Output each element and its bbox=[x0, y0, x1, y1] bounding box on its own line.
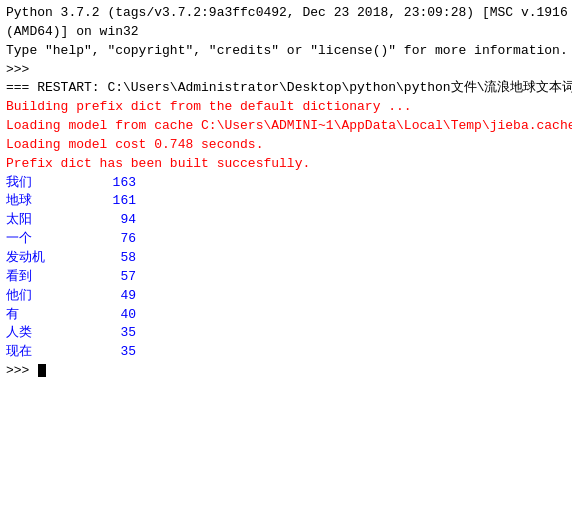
count-cell: 94 bbox=[86, 211, 146, 230]
terminal-line-9: Prefix dict has been built succesfully. bbox=[6, 155, 566, 174]
table-row: 我们 163 bbox=[6, 174, 566, 193]
count-cell: 57 bbox=[86, 268, 146, 287]
terminal-line-6: Building prefix dict from the default di… bbox=[6, 98, 566, 117]
terminal-line-5: === RESTART: C:\Users\Administrator\Desk… bbox=[6, 79, 566, 98]
word-cell: 我们 bbox=[6, 174, 86, 193]
table-row: 地球 161 bbox=[6, 192, 566, 211]
terminal-window: Python 3.7.2 (tags/v3.7.2:9a3ffc0492, De… bbox=[0, 0, 572, 524]
count-cell: 163 bbox=[86, 174, 146, 193]
terminal-line-7: Loading model from cache C:\Users\ADMINI… bbox=[6, 117, 566, 136]
count-cell: 76 bbox=[86, 230, 146, 249]
count-cell: 35 bbox=[86, 343, 146, 362]
table-row: 发动机 58 bbox=[6, 249, 566, 268]
count-cell: 40 bbox=[86, 306, 146, 325]
table-row: 太阳 94 bbox=[6, 211, 566, 230]
word-cell: 他们 bbox=[6, 287, 86, 306]
word-frequency-table: 我们 163 地球 161 太阳 94 一个 76 发动机 58 看到 57 他… bbox=[6, 174, 566, 362]
terminal-line-8: Loading model cost 0.748 seconds. bbox=[6, 136, 566, 155]
table-row: 人类 35 bbox=[6, 324, 566, 343]
word-cell: 现在 bbox=[6, 343, 86, 362]
word-cell: 太阳 bbox=[6, 211, 86, 230]
terminal-line-3: Type "help", "copyright", "credits" or "… bbox=[6, 42, 566, 61]
word-cell: 地球 bbox=[6, 192, 86, 211]
terminal-line-4: >>> bbox=[6, 61, 566, 80]
table-row: 一个 76 bbox=[6, 230, 566, 249]
word-cell: 人类 bbox=[6, 324, 86, 343]
count-cell: 49 bbox=[86, 287, 146, 306]
word-cell: 发动机 bbox=[6, 249, 86, 268]
word-cell: 看到 bbox=[6, 268, 86, 287]
count-cell: 161 bbox=[86, 192, 146, 211]
terminal-line-2: (AMD64)] on win32 bbox=[6, 23, 566, 42]
terminal-line-1: Python 3.7.2 (tags/v3.7.2:9a3ffc0492, De… bbox=[6, 4, 566, 23]
word-cell: 一个 bbox=[6, 230, 86, 249]
count-cell: 58 bbox=[86, 249, 146, 268]
terminal-prompt-end[interactable]: >>> bbox=[6, 362, 566, 381]
table-row: 他们 49 bbox=[6, 287, 566, 306]
table-row: 有 40 bbox=[6, 306, 566, 325]
word-cell: 有 bbox=[6, 306, 86, 325]
count-cell: 35 bbox=[86, 324, 146, 343]
table-row: 现在 35 bbox=[6, 343, 566, 362]
table-row: 看到 57 bbox=[6, 268, 566, 287]
